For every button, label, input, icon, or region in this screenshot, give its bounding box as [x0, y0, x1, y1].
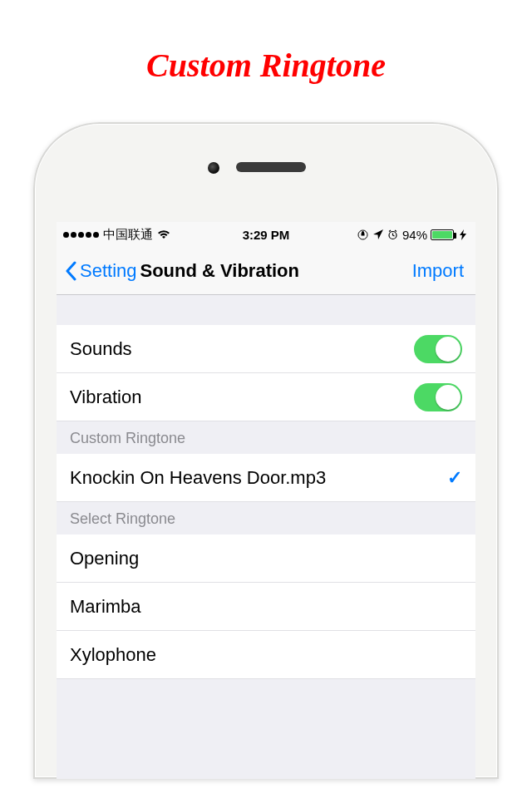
back-label: Setting: [80, 260, 137, 282]
earpiece-speaker-icon: [236, 162, 306, 172]
import-button[interactable]: Import: [412, 260, 464, 282]
location-icon: [372, 229, 384, 240]
ringtone-label: Opening: [70, 548, 462, 569]
ringtone-row-xylophone[interactable]: Xylophone: [57, 631, 475, 679]
clock-label: 3:29 PM: [199, 228, 334, 242]
navigation-bar: Setting Sound & Vibration Import: [57, 247, 475, 295]
vibration-label: Vibration: [70, 387, 414, 408]
ringtone-label: Marimba: [70, 596, 462, 618]
phone-screen: 中国联通 3:29 PM 94%: [57, 222, 475, 779]
ringtone-row-opening[interactable]: Opening: [57, 534, 475, 583]
front-camera-icon: [208, 162, 219, 174]
settings-content[interactable]: Sounds Vibration Custom Ringtone Knockin…: [57, 295, 475, 779]
orientation-lock-icon: [357, 229, 369, 240]
ringtone-label: Xylophone: [70, 644, 462, 666]
carrier-label: 中国联通: [103, 227, 153, 243]
wifi-icon: [157, 229, 170, 239]
custom-ringtone-header: Custom Ringtone: [57, 421, 475, 454]
phone-top-hardware: [33, 122, 499, 222]
banner-title: Custom Ringtone: [0, 46, 532, 85]
alarm-icon: [387, 229, 399, 240]
battery-icon: [431, 229, 454, 240]
vibration-toggle[interactable]: [414, 383, 462, 411]
select-ringtone-header: Select Ringtone: [57, 502, 475, 534]
chevron-left-icon: [65, 261, 78, 281]
sounds-toggle[interactable]: [414, 335, 462, 363]
signal-strength-icon: [63, 232, 99, 238]
custom-ringtone-row[interactable]: Knockin On Heavens Door.mp3 ✓: [57, 454, 475, 502]
battery-percent-label: 94%: [402, 228, 427, 242]
status-bar: 中国联通 3:29 PM 94%: [57, 222, 475, 247]
sounds-label: Sounds: [70, 338, 414, 360]
checkmark-icon: ✓: [447, 467, 462, 489]
charging-bolt-icon: [457, 229, 469, 240]
nav-title: Sound & Vibration: [140, 260, 299, 282]
ringtone-row-marimba[interactable]: Marimba: [57, 583, 475, 631]
custom-ringtone-name: Knockin On Heavens Door.mp3: [70, 467, 447, 489]
vibration-row[interactable]: Vibration: [57, 373, 475, 421]
back-button[interactable]: Setting: [65, 260, 137, 282]
phone-mockup: 中国联通 3:29 PM 94%: [33, 122, 499, 779]
sounds-row[interactable]: Sounds: [57, 325, 475, 373]
